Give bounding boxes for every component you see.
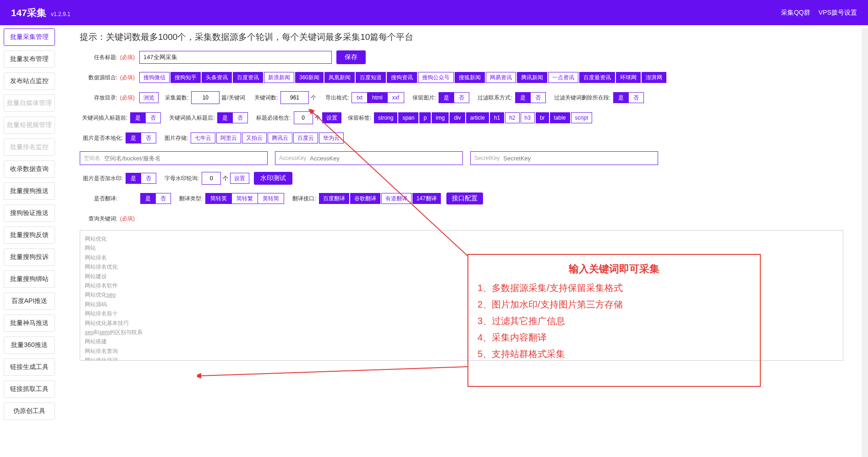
scrollbar[interactable] [862,28,868,457]
sidebar-item[interactable]: 批量发布管理 [4,50,55,68]
sidebar-item[interactable]: 伪原创工具 [4,402,55,420]
tag-option[interactable]: 搜狗公众号 [418,72,454,83]
segment-option[interactable]: 是 [130,112,146,123]
api-config-button[interactable]: 接口配置 [446,193,483,204]
sidebar-item[interactable]: 链接抓取工具 [4,380,55,398]
segment-option[interactable]: 否 [141,173,156,184]
tag-option[interactable]: 147翻译 [412,193,441,204]
tag-option[interactable]: strong [374,112,397,123]
tag-option[interactable]: 百度云 [293,132,318,143]
segment-option[interactable]: 是 [126,173,141,184]
tag-option[interactable]: div [450,112,465,123]
segment-option[interactable]: 是 [613,92,629,103]
segment-option[interactable]: 否 [233,112,248,123]
segment-option[interactable]: 是 [217,112,233,123]
segment-option[interactable]: 简转英 [205,193,232,204]
segment-option[interactable]: 否 [454,92,469,103]
tag-option[interactable]: 一点资讯 [548,72,578,83]
mustcontain-input[interactable] [294,111,313,124]
label-imglocal: 图片是否本地化: [80,134,126,142]
watermark-test-button[interactable]: 水印测试 [254,172,292,185]
segment-option[interactable]: 英转简 [258,193,284,204]
segment-option[interactable]: 否 [141,132,156,143]
tag-option[interactable]: 谷歌翻译 [350,193,380,204]
secretkey-input[interactable] [503,152,658,165]
accesskey-input[interactable] [310,152,462,165]
sidebar-item[interactable]: 收录数据查询 [4,160,55,178]
tag-option[interactable]: 七牛云 [191,132,215,143]
browse-button[interactable]: 浏览 [139,92,159,103]
tag-option[interactable]: h3 [521,112,535,123]
tag-option[interactable]: 百度最资讯 [579,72,615,83]
tag-option[interactable]: 新浪新闻 [264,72,294,83]
tag-option[interactable]: 360新闻 [295,72,324,83]
tag-option[interactable]: 搜狗资讯 [387,72,417,83]
sidebar-item[interactable]: 批量神马推送 [4,314,55,332]
segment-option[interactable]: 是 [126,132,141,143]
segment-option[interactable]: 是 [439,92,454,103]
tag-option[interactable]: 腾讯新闻 [517,72,547,83]
tag-option[interactable]: span [398,112,418,123]
outfmt-seg: txthtmlxxf [352,92,404,103]
tag-option[interactable]: br [536,112,549,123]
tag-option[interactable]: 又拍云 [242,132,267,143]
sidebar-item[interactable]: 链接生成工具 [4,358,55,376]
tag-option[interactable]: 搜狗知乎 [170,72,201,83]
segment-option[interactable]: txt [352,92,368,103]
sidebar-item[interactable]: 批量搜狗绑站 [4,270,55,288]
segment-option[interactable]: 简转繁 [232,193,258,204]
tag-option[interactable]: 澎湃网 [642,72,666,83]
tag-option[interactable]: table [550,112,570,123]
tag-option[interactable]: h1 [490,112,504,123]
tag-option[interactable]: img [432,112,449,123]
header-link-qq[interactable]: 采集QQ群 [781,9,810,17]
tag-option[interactable]: 搜狐新闻 [455,72,485,83]
segment-option[interactable]: 否 [531,92,546,103]
header-link-vps[interactable]: VPS拨号设置 [819,9,857,17]
kw-count-input[interactable] [280,91,309,104]
tag-option[interactable]: h2 [505,112,519,123]
tag-option[interactable]: 华为云 [319,132,344,143]
article-count-input[interactable] [191,91,220,104]
tag-option[interactable]: 搜狗微信 [139,72,170,83]
tag-option[interactable]: 百度资讯 [233,72,263,83]
tag-option[interactable]: 网易资讯 [486,72,516,83]
segment-option[interactable]: 否 [146,112,161,123]
sidebar-item[interactable]: 批量排名监控 [4,138,55,156]
segment-option[interactable]: xxf [388,92,404,103]
sidebar-item[interactable]: 批量360推送 [4,336,55,354]
save-button[interactable]: 保存 [336,50,366,64]
tag-option[interactable]: 头条资讯 [202,72,232,83]
sidebar-item[interactable]: 批量自媒体管理 [4,94,55,112]
task-title-input[interactable] [139,51,332,64]
sidebar-item[interactable]: 搜狗验证推送 [4,204,55,222]
tag-option[interactable]: 阿里云 [216,132,241,143]
sidebar-item[interactable]: 批量短视频管理 [4,116,55,134]
sidebar-item[interactable]: 批量搜狗反馈 [4,226,55,244]
segment-option[interactable]: 是 [515,92,531,103]
tag-option[interactable]: article [466,112,489,123]
tag-option[interactable]: 百度知道 [356,72,386,83]
tag-option[interactable]: 凤凰新闻 [324,72,355,83]
segment-option[interactable]: 是 [140,193,156,204]
tag-option[interactable]: 有道翻译 [381,193,412,204]
tag-option[interactable]: 腾讯云 [268,132,292,143]
rotate-set-button[interactable]: 设置 [230,173,249,184]
sidebar-item[interactable]: 发布站点监控 [4,72,55,90]
sidebar-item[interactable]: 批量搜狗投诉 [4,248,55,266]
sidebar-item[interactable]: 批量搜狗推送 [4,182,55,200]
segment-option[interactable]: 否 [156,193,171,204]
space-input[interactable] [104,152,267,165]
space-field: 空间名 [80,151,268,165]
sidebar-item[interactable]: 百度API推送 [4,292,55,310]
rotate-input[interactable] [202,172,221,185]
segment-option[interactable]: html [368,92,388,103]
tag-option[interactable]: 百度翻译 [319,193,349,204]
mustcontain-set-button[interactable]: 设置 [322,112,341,123]
segment-option[interactable]: 否 [629,92,644,103]
sidebar-item[interactable]: 批量采集管理 [4,28,55,46]
row-store: 存放目录: (必填) 浏览 采集篇数: 篇/关键词 关键词数: 个 导出格式: … [80,91,859,105]
tag-option[interactable]: script [571,112,593,123]
tag-option[interactable]: p [419,112,431,123]
tag-option[interactable]: 环球网 [616,72,641,83]
